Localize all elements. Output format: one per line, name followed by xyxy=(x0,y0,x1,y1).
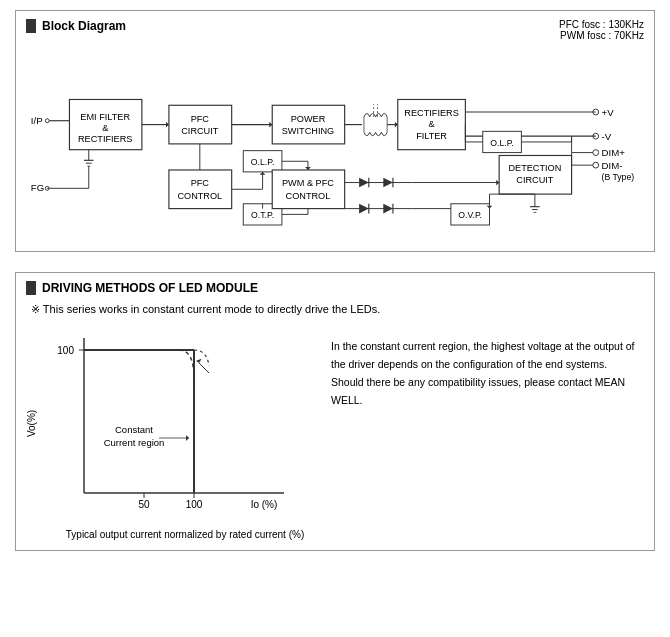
svg-text:FILTER: FILTER xyxy=(416,131,447,141)
svg-rect-51 xyxy=(483,131,522,152)
svg-text:EMI FILTER: EMI FILTER xyxy=(80,112,130,122)
svg-marker-88 xyxy=(496,180,499,186)
svg-text:-V: -V xyxy=(602,131,612,142)
svg-rect-57 xyxy=(499,155,571,194)
svg-text:DIM+: DIM+ xyxy=(602,147,626,158)
svg-rect-22 xyxy=(272,105,344,144)
svg-marker-31 xyxy=(395,122,398,128)
svg-text:RECTIFIERS: RECTIFIERS xyxy=(78,134,132,144)
svg-marker-99 xyxy=(487,206,493,209)
svg-rect-73 xyxy=(243,204,282,225)
svg-rect-68 xyxy=(243,151,282,172)
driving-methods-section: DRIVING METHODS OF LED MODULE ※ This ser… xyxy=(15,272,655,551)
chart-ylabel: Vo(%) xyxy=(26,410,37,437)
svg-point-1 xyxy=(45,119,49,123)
svg-marker-83 xyxy=(359,178,369,188)
svg-text:100: 100 xyxy=(186,499,203,510)
svg-marker-118 xyxy=(186,435,189,441)
svg-text:O.L.P.: O.L.P. xyxy=(490,138,514,148)
block-diagram-section: Block Diagram PFC fosc : 130KHz PWM fosc… xyxy=(15,10,655,252)
svg-text:POWER: POWER xyxy=(291,114,326,124)
svg-rect-76 xyxy=(272,170,344,209)
chart-area: Vo(%) 100 50 100 Io (%) xyxy=(26,328,316,540)
svg-text:CONTROL: CONTROL xyxy=(286,191,331,201)
svg-text:RECTIFIERS: RECTIFIERS xyxy=(404,108,458,118)
svg-point-4 xyxy=(45,186,49,190)
svg-text:I/P: I/P xyxy=(31,115,43,126)
svg-text:O.V.P.: O.V.P. xyxy=(458,210,482,220)
driving-note: ※ This series works in constant current … xyxy=(31,303,644,316)
svg-text:CIRCUIT: CIRCUIT xyxy=(181,126,219,136)
svg-rect-11 xyxy=(69,99,141,149)
svg-text:Constant: Constant xyxy=(115,424,153,435)
svg-text:Current region: Current region xyxy=(104,437,165,448)
svg-text:&: & xyxy=(429,119,435,129)
svg-text:100: 100 xyxy=(57,345,74,356)
svg-marker-16 xyxy=(166,122,169,128)
svg-text:CONTROL: CONTROL xyxy=(177,191,222,201)
svg-text:50: 50 xyxy=(138,499,150,510)
svg-text:Io (%): Io (%) xyxy=(251,499,278,510)
svg-text:DETECTION: DETECTION xyxy=(508,163,561,173)
svg-point-43 xyxy=(593,150,599,156)
chart-svg: 100 50 100 Io (%) xyxy=(54,328,304,523)
driving-content: Vo(%) 100 50 100 Io (%) xyxy=(26,328,644,540)
svg-line-113 xyxy=(199,363,209,373)
svg-text:PFC: PFC xyxy=(191,178,210,188)
svg-text:PFC: PFC xyxy=(191,114,210,124)
svg-marker-81 xyxy=(305,167,311,170)
driving-methods-header: DRIVING METHODS OF LED MODULE xyxy=(26,281,644,295)
svg-marker-94 xyxy=(383,204,393,214)
svg-text:SWITCHING: SWITCHING xyxy=(282,126,334,136)
driving-header-icon xyxy=(26,281,36,295)
svg-text:FG: FG xyxy=(31,182,44,193)
svg-point-40 xyxy=(593,133,599,139)
chart-caption: Typical output current normalized by rat… xyxy=(54,529,316,540)
svg-rect-89 xyxy=(451,204,490,225)
svg-rect-32 xyxy=(398,99,466,149)
block-diagram-header: Block Diagram xyxy=(26,19,644,33)
svg-text:+V: +V xyxy=(602,107,615,118)
svg-marker-85 xyxy=(383,178,393,188)
driving-methods-title: DRIVING METHODS OF LED MODULE xyxy=(42,281,258,295)
pfc-info: PFC fosc : 130KHz PWM fosc : 70KHz xyxy=(559,19,644,41)
svg-point-37 xyxy=(593,109,599,115)
driving-desc-text: In the constant current region, the high… xyxy=(331,338,644,409)
svg-text:&: & xyxy=(102,123,108,133)
driving-description: In the constant current region, the high… xyxy=(331,328,644,540)
svg-rect-64 xyxy=(169,170,232,209)
header-icon xyxy=(26,19,36,33)
svg-text:O.T.P.: O.T.P. xyxy=(251,210,274,220)
svg-text:PWM & PFC: PWM & PFC xyxy=(282,178,334,188)
svg-text:DIM-: DIM- xyxy=(602,160,623,171)
diagram-svg: I/P FG EMI FILTER & RECTIFIERS PF xyxy=(26,41,644,241)
svg-marker-72 xyxy=(260,172,266,175)
block-diagram-title: Block Diagram xyxy=(42,19,126,33)
svg-marker-92 xyxy=(359,204,369,214)
svg-text:(B Type): (B Type) xyxy=(602,172,635,182)
svg-rect-17 xyxy=(169,105,232,144)
diagram-area: I/P FG EMI FILTER & RECTIFIERS PF xyxy=(26,41,644,241)
svg-text:CIRCUIT: CIRCUIT xyxy=(516,175,554,185)
svg-marker-21 xyxy=(269,122,272,128)
svg-text:O.L.P.: O.L.P. xyxy=(251,157,275,167)
svg-point-46 xyxy=(593,162,599,168)
